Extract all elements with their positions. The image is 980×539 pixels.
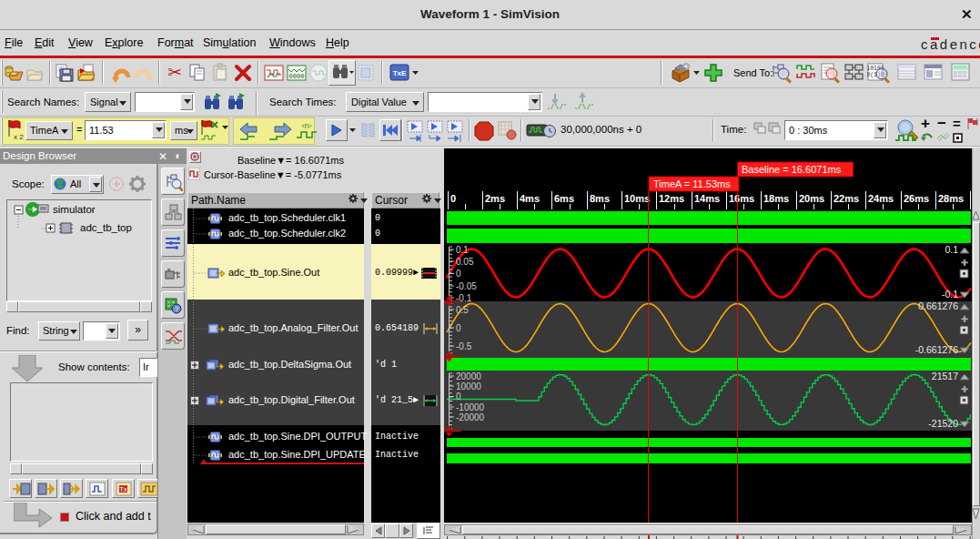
- svg-text:TimeA = 11.53ms: TimeA = 11.53ms: [653, 178, 731, 189]
- svg-text:0: 0: [456, 269, 461, 279]
- svg-text:28ms: 28ms: [938, 193, 964, 204]
- svg-text:4ms: 4ms: [520, 193, 540, 204]
- svg-text:0.05: 0.05: [456, 257, 474, 267]
- svg-text:2ms: 2ms: [485, 193, 505, 204]
- svg-text:?: ?: [175, 306, 178, 312]
- svg-text:0: 0: [456, 392, 461, 402]
- svg-text:-0.661276: -0.661276: [915, 344, 958, 355]
- svg-text:-0.05: -0.05: [456, 281, 477, 291]
- svg-text:10ms: 10ms: [624, 193, 650, 204]
- svg-text:-0.5: -0.5: [456, 341, 472, 351]
- svg-text:16ms: 16ms: [729, 193, 754, 204]
- svg-text:26ms: 26ms: [904, 193, 929, 204]
- svg-text:20000: 20000: [456, 371, 481, 381]
- svg-text:21517: 21517: [932, 371, 958, 381]
- svg-text:-21520: -21520: [928, 418, 958, 429]
- svg-text:12ms: 12ms: [659, 193, 684, 204]
- svg-text:x 2: x 2: [14, 133, 24, 140]
- svg-text:0000: 0000: [289, 73, 305, 80]
- svg-text:✚: ✚: [961, 314, 968, 324]
- svg-text:-0.1: -0.1: [942, 289, 958, 300]
- svg-text:-20000: -20000: [456, 412, 485, 422]
- svg-text:✂: ✂: [167, 63, 182, 82]
- svg-text:0.1: 0.1: [945, 244, 958, 255]
- svg-text:6ms: 6ms: [554, 193, 574, 204]
- svg-text:22ms: 22ms: [834, 193, 859, 204]
- svg-text:24ms: 24ms: [868, 193, 894, 204]
- svg-text:0.5: 0.5: [456, 305, 469, 315]
- svg-text:0.1: 0.1: [456, 245, 469, 255]
- svg-text:TxE: TxE: [393, 69, 407, 77]
- svg-text:✚: ✚: [961, 258, 968, 268]
- svg-text:0: 0: [450, 193, 456, 204]
- svg-text:0.661276: 0.661276: [918, 300, 958, 311]
- svg-text:0: 0: [456, 323, 461, 333]
- svg-text:‹n›: ‹n›: [302, 121, 312, 130]
- svg-text:-10000: -10000: [456, 402, 485, 412]
- svg-text:Tx: Tx: [120, 486, 127, 493]
- svg-text:8ms: 8ms: [590, 193, 610, 204]
- svg-text:20ms: 20ms: [799, 193, 824, 204]
- svg-text:14ms: 14ms: [694, 193, 720, 204]
- svg-text:Baseline = 16.6071ms: Baseline = 16.6071ms: [742, 164, 842, 175]
- svg-text:✚: ✚: [961, 384, 968, 394]
- svg-text:10000: 10000: [456, 381, 481, 392]
- svg-text:18ms: 18ms: [763, 193, 789, 204]
